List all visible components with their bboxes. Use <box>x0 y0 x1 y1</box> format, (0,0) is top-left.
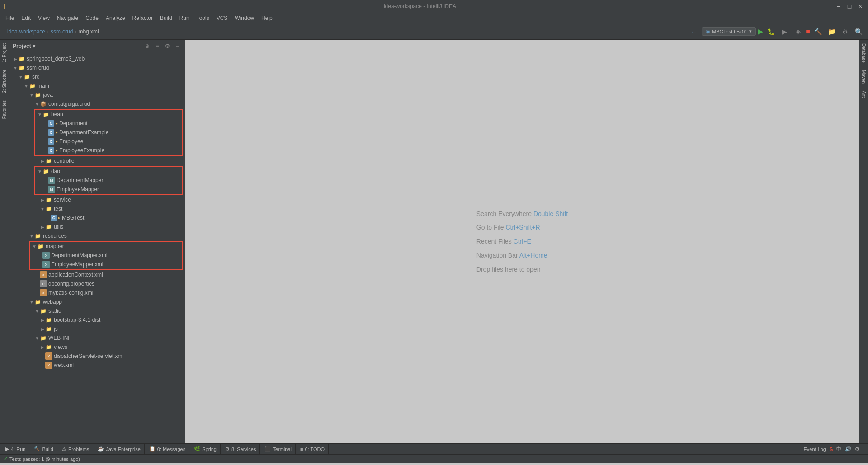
close-button[interactable]: × <box>856 3 864 10</box>
tree-item-web-xml[interactable]: ▶ X web.xml <box>9 361 185 370</box>
tree-item-dbconfig[interactable]: ▶ P dbconfig.properties <box>9 279 185 288</box>
terminal-tab-icon: ⬛ <box>264 446 271 452</box>
tree-item-webapp[interactable]: ▼ 📁 webapp <box>9 297 185 306</box>
profile-button[interactable]: ◈ <box>792 26 804 38</box>
arrow-icon: ▼ <box>37 112 42 117</box>
maximize-button[interactable]: □ <box>845 3 854 10</box>
tree-item-department-example[interactable]: ▶ C ▸ DepartmentExample <box>35 128 182 137</box>
minimize-button[interactable]: − <box>835 3 843 10</box>
tab-terminal[interactable]: ⬛ Terminal <box>261 444 296 455</box>
tab-spring[interactable]: 🌿 Spring <box>190 444 221 455</box>
tree-label: utils <box>54 224 63 230</box>
tab-problems[interactable]: ⚠ Problems <box>58 444 93 455</box>
tree-item-mybatis-config[interactable]: ▶ X mybatis-config.xml <box>9 288 185 297</box>
debug-button[interactable]: 🐛 <box>765 26 777 38</box>
project-locate-button[interactable]: ⊕ <box>143 42 151 50</box>
tree-item-department-mapper[interactable]: ▶ M DepartmentMapper <box>35 176 182 185</box>
tree-item-employee-example[interactable]: ▶ C ▸ EmployeeExample <box>35 146 182 155</box>
access-icon: ▸ <box>58 216 61 220</box>
tree-item-views[interactable]: ▶ 📁 views <box>9 343 185 352</box>
tree-item-resources[interactable]: ▼ 📁 resources <box>9 231 185 240</box>
tree-item-appcontext-xml[interactable]: ▶ X applicationContext.xml <box>9 270 185 279</box>
xml-icon: X <box>45 362 52 369</box>
terminal-tab-label: Terminal <box>273 446 292 452</box>
tree-item-employee-mapper[interactable]: ▶ M EmployeeMapper <box>35 185 182 194</box>
tree-item-webinf[interactable]: ▼ 📁 WEB-INF <box>9 333 185 343</box>
tree-item-main[interactable]: ▼ 📁 main <box>9 81 185 90</box>
tree-item-src[interactable]: ▼ 📁 src <box>9 72 185 81</box>
menu-view[interactable]: View <box>34 13 53 23</box>
sidebar-maven-tab[interactable]: Maven <box>860 66 867 87</box>
tree-item-dispatcher-xml[interactable]: ▶ X dispatcherServlet-servlet.xml <box>9 352 185 361</box>
tab-todo[interactable]: ≡ 6: TODO <box>297 444 329 455</box>
sidebar-database-tab[interactable]: Database <box>860 40 867 66</box>
tree-item-js[interactable]: ▶ 📁 js <box>9 324 185 333</box>
tree-item-springboot[interactable]: ▶ 📁 springboot_demo3_web <box>9 54 185 63</box>
menu-code[interactable]: Code <box>82 13 102 23</box>
project-settings-button[interactable]: ⚙ <box>163 42 171 50</box>
menu-build[interactable]: Build <box>156 13 176 23</box>
menu-vcs[interactable]: VCS <box>213 13 231 23</box>
menu-navigate[interactable]: Navigate <box>53 13 82 23</box>
tree-item-employee[interactable]: ▶ C ▸ Employee <box>35 137 182 146</box>
tree-item-employee-mapper-xml[interactable]: ▶ X EmployeeMapper.xml <box>30 260 182 269</box>
tree-item-bootstrap[interactable]: ▶ 📁 bootstrap-3.4.1-dist <box>9 315 185 324</box>
tree-item-utils[interactable]: ▶ 📁 utils <box>9 222 185 231</box>
sidebar-item-favorites[interactable]: Favorites <box>1 97 8 122</box>
tree-item-test-folder[interactable]: ▼ 📁 test <box>9 204 185 213</box>
tree-item-mbgtest[interactable]: ▶ C ▸ MBGTest <box>9 213 185 222</box>
sidebar-ant-tab[interactable]: Ant <box>860 87 867 101</box>
breadcrumb-workspace[interactable]: idea-workspace <box>7 28 45 35</box>
tree-item-java[interactable]: ▼ 📁 java <box>9 90 185 99</box>
tab-run[interactable]: ▶ 4: Run <box>2 444 29 455</box>
menu-refactor[interactable]: Refactor <box>129 13 156 23</box>
sdk-manager-button[interactable]: 📁 <box>826 26 837 38</box>
tab-java-enterprise[interactable]: ☕ Java Enterprise <box>94 444 144 455</box>
menu-tools[interactable]: Tools <box>193 13 213 23</box>
project-collapse-button[interactable]: ≡ <box>153 42 161 50</box>
tree-item-department-mapper-xml[interactable]: ▶ X DepartmentMapper.xml <box>30 251 182 260</box>
folder-icon: 📁 <box>40 334 47 342</box>
tree-item-bean[interactable]: ▼ 📁 bean <box>35 110 182 119</box>
tree-item-package[interactable]: ▼ 📦 com.atguigu.crud <box>9 99 185 108</box>
menu-window[interactable]: Window <box>231 13 258 23</box>
run-config-selector[interactable]: ◉ MBGTest.test01 ▾ <box>702 27 756 36</box>
project-tree[interactable]: ▶ 📁 springboot_demo3_web ▼ 📁 ssm-crud ▼ … <box>9 52 185 443</box>
menu-run[interactable]: Run <box>176 13 193 23</box>
sidebar-item-structure[interactable]: 2: Structure <box>1 66 8 97</box>
tab-services[interactable]: ⚙ 8: Services <box>222 444 260 455</box>
messages-tab-label: 0: Messages <box>157 446 185 452</box>
tree-label: test <box>54 206 62 212</box>
stop-button[interactable]: ■ <box>806 28 810 36</box>
tree-item-dao[interactable]: ▼ 📁 dao <box>35 167 182 176</box>
breadcrumb-file[interactable]: mbg.xml <box>78 28 99 35</box>
run-with-coverage-button[interactable]: ▶ <box>778 26 790 38</box>
build-tab-icon: 🔨 <box>34 446 40 452</box>
search-everywhere-button[interactable]: 🔍 <box>853 26 864 38</box>
menu-analyze[interactable]: Analyze <box>102 13 129 23</box>
tree-label: springboot_demo3_web <box>27 56 85 62</box>
tab-build[interactable]: 🔨 Build <box>30 444 57 455</box>
build-tab-label: Build <box>42 446 53 452</box>
tree-item-mapper-folder[interactable]: ▼ 📁 mapper <box>30 242 182 251</box>
back-button[interactable]: ← <box>688 26 700 38</box>
breadcrumb-project[interactable]: ssm-crud <box>51 28 73 35</box>
menu-edit[interactable]: Edit <box>18 13 34 23</box>
run-button[interactable]: ▶ <box>758 27 763 36</box>
tree-item-static[interactable]: ▼ 📁 static <box>9 306 185 315</box>
xml-mapper-icon: X <box>42 252 50 259</box>
settings-button[interactable]: ⚙ <box>839 26 851 38</box>
editor-content: Search Everywhere Double Shift Go to Fil… <box>476 207 568 277</box>
build-button[interactable]: 🔨 <box>812 26 824 38</box>
tab-messages[interactable]: 📋 0: Messages <box>146 444 189 455</box>
right-side-tabs: Database Maven Ant <box>859 40 868 443</box>
tree-label: web.xml <box>54 362 74 368</box>
menu-help[interactable]: Help <box>258 13 276 23</box>
tree-item-controller[interactable]: ▶ 📁 controller <box>9 156 185 165</box>
tree-item-service[interactable]: ▶ 📁 service <box>9 195 185 204</box>
menu-file[interactable]: File <box>2 13 18 23</box>
project-minimize-button[interactable]: − <box>173 42 181 50</box>
sidebar-item-project[interactable]: 1: Project <box>1 40 8 66</box>
tree-item-department[interactable]: ▶ C ▸ Department <box>35 119 182 128</box>
tree-item-ssm-crud[interactable]: ▼ 📁 ssm-crud <box>9 63 185 72</box>
